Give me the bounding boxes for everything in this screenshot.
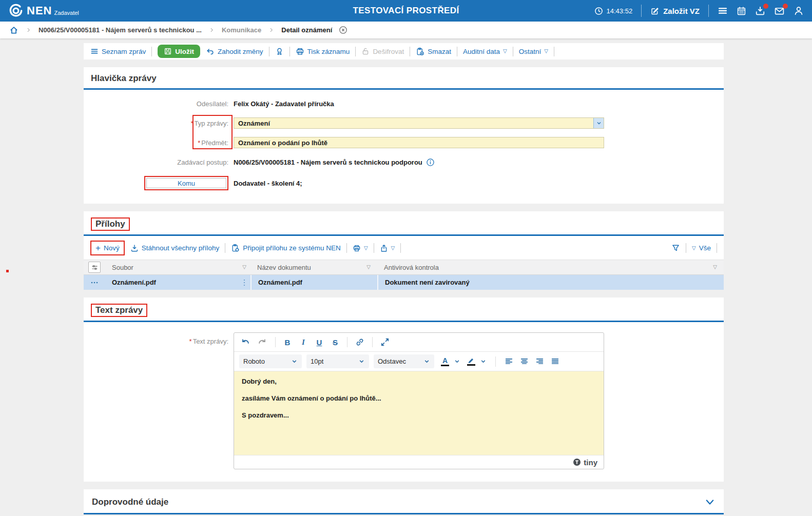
decrypt-button[interactable]: Dešifrovat <box>361 47 404 55</box>
other-dropdown[interactable]: Ostatní ▽ <box>519 48 548 55</box>
attachments-section: Přílohy + Nový Stáhnout všechny přílohy <box>84 211 724 290</box>
fullscreen-icon[interactable] <box>380 338 390 347</box>
message-type-label: *Typ zprávy: <box>84 120 234 127</box>
column-header-nazev[interactable]: Název dokumentu ▽ <box>250 264 377 271</box>
align-left-icon[interactable] <box>505 357 513 366</box>
divider <box>289 47 290 56</box>
nen-logo[interactable]: NEN Zadavatel <box>8 3 79 18</box>
message-list-button[interactable]: Seznam zpráv <box>90 47 146 55</box>
text-color-dropdown[interactable] <box>454 358 460 365</box>
procedure-info-button[interactable] <box>426 158 435 167</box>
new-attachment-button[interactable]: + Nový <box>95 244 120 252</box>
rich-text-editor: B I U S Roboto <box>234 332 604 469</box>
message-type-select[interactable]: Oznámení <box>234 117 604 129</box>
profile-button[interactable] <box>794 6 804 16</box>
select-dropdown-button[interactable] <box>593 118 604 128</box>
filter-button[interactable] <box>671 244 680 252</box>
subject-input[interactable]: Oznámení o podání po lhůtě <box>234 137 604 148</box>
section-rule <box>84 513 724 514</box>
section-rule <box>84 88 724 90</box>
column-settings-button[interactable] <box>88 262 101 273</box>
recipients-row: Komu Dodavatel - školení 4; <box>84 176 724 190</box>
procedure-row: Zadávací postup: N006/25/V00005181 - Náj… <box>84 156 724 168</box>
grip-dots-icon[interactable] <box>242 279 246 287</box>
attach-from-nen-button[interactable]: Připojit přílohu ze systému NEN <box>231 244 341 252</box>
tiny-logo-icon <box>573 458 581 466</box>
info-icon <box>426 158 435 167</box>
delete-button[interactable]: Smazat <box>416 47 451 56</box>
annotation-box-text-zpravy: Text zprávy <box>91 304 147 317</box>
calendar-button[interactable] <box>737 6 746 16</box>
expand-section-button[interactable] <box>704 497 716 508</box>
justify-icon[interactable] <box>551 357 559 366</box>
highlight-color-button[interactable] <box>467 358 475 366</box>
redo-icon[interactable] <box>258 338 267 347</box>
align-right-icon[interactable] <box>535 357 544 366</box>
strikethrough-button[interactable]: S <box>331 338 339 347</box>
column-header-soubor[interactable]: Soubor ▽ <box>105 264 250 271</box>
breadcrumb-item-procedure[interactable]: N006/25/V00005181 - Nájem serverů s tech… <box>38 26 202 34</box>
font-size-dropdown[interactable]: 10pt <box>306 354 369 368</box>
underline-button[interactable]: U <box>315 338 323 347</box>
certificate-button[interactable] <box>275 47 284 56</box>
bold-button[interactable]: B <box>283 338 292 347</box>
messages-button[interactable] <box>774 6 785 16</box>
close-tab-button[interactable] <box>339 26 347 34</box>
italic-button[interactable]: I <box>299 338 307 347</box>
inbox-notification-badge <box>763 4 768 9</box>
create-vz-button[interactable]: Založit VZ <box>650 7 700 15</box>
highlight-color-dropdown[interactable] <box>480 358 487 365</box>
divider <box>346 243 347 253</box>
divider <box>495 356 496 367</box>
align-center-icon[interactable] <box>520 357 529 366</box>
breadcrumb-item-komunikace[interactable]: Komunikace <box>222 26 261 34</box>
subject-label: *Předmět: <box>84 139 234 147</box>
chevron-down-icon <box>291 358 298 365</box>
recipients-button[interactable]: Komu <box>146 178 226 188</box>
divider <box>554 47 554 56</box>
audit-data-dropdown[interactable]: Auditní data ▽ <box>463 48 507 55</box>
divider <box>269 47 269 56</box>
save-button[interactable]: Uložit <box>158 45 200 58</box>
print-attachments-dropdown[interactable]: ▽ <box>353 244 368 252</box>
person-icon <box>794 6 804 16</box>
sort-triangle-icon[interactable]: ▽ <box>242 265 246 270</box>
chevron-right-icon <box>25 27 32 33</box>
discard-changes-button[interactable]: Zahodit změny <box>206 47 263 56</box>
print-record-button[interactable]: Tisk záznamu <box>296 47 350 56</box>
divider <box>400 243 401 253</box>
stray-annotation-dot <box>6 270 9 272</box>
divider <box>372 337 373 347</box>
logo-text: NEN <box>27 5 52 16</box>
triangle-down-icon: ▽ <box>391 246 395 251</box>
sort-triangle-icon[interactable]: ▽ <box>713 265 717 270</box>
attachments-toolbar: + Nový Stáhnout všechny přílohy Připojit… <box>84 236 724 260</box>
cell-doc-name: Oznámení.pdf <box>258 279 302 286</box>
text-color-button[interactable]: A <box>441 357 449 366</box>
link-icon[interactable] <box>355 338 364 347</box>
award-icon <box>275 47 284 56</box>
row-menu-icon[interactable] <box>90 279 99 287</box>
attachment-table-row[interactable]: Oznámení.pdf Oznámení.pdf Dokument není … <box>84 275 724 290</box>
annotation-box-komu: Komu <box>144 176 228 190</box>
font-family-dropdown[interactable]: Roboto <box>239 354 302 368</box>
divider <box>686 243 686 253</box>
section-title: Přílohy <box>95 219 125 229</box>
undo-icon[interactable] <box>240 338 250 347</box>
filter-all-dropdown[interactable]: ▽ Vše <box>692 244 711 252</box>
cell-antivirus: Dokument není zavirovaný <box>385 279 470 286</box>
chevron-right-icon <box>208 27 215 33</box>
block-format-dropdown[interactable]: Odstavec <box>374 354 434 368</box>
sort-triangle-icon[interactable]: ▽ <box>366 265 371 270</box>
top-header-bar: NEN Zadavatel TESTOVACÍ PROSTŘEDÍ 14:43:… <box>0 0 812 22</box>
funnel-icon <box>671 244 680 252</box>
editor-content-area[interactable]: Dobrý den, zasíláme Vám oznámení o podán… <box>234 371 604 455</box>
column-header-antivir[interactable]: Antivirová kontrola ▽ <box>377 264 724 271</box>
menu-button[interactable] <box>718 6 728 16</box>
download-all-button[interactable]: Stáhnout všechny přílohy <box>130 244 220 252</box>
chevron-down-icon <box>423 358 430 365</box>
chevron-down-icon <box>704 497 716 508</box>
home-button[interactable] <box>9 26 18 35</box>
export-dropdown[interactable]: ▽ <box>380 244 395 252</box>
inbox-button[interactable] <box>755 6 765 16</box>
